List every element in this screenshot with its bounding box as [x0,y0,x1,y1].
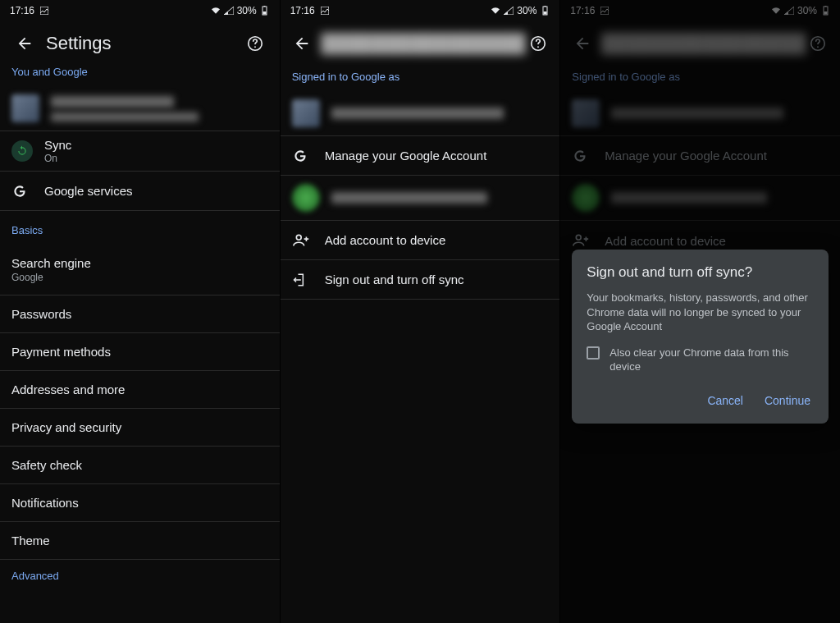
section-basics: Basics [0,211,280,245]
battery-icon [260,6,270,16]
notifications-item[interactable]: Notifications [0,484,280,522]
svg-rect-3 [263,11,267,15]
page-title: Settings [46,33,240,54]
account-email-blurred [331,108,504,119]
add-account-label: Add account to device [325,233,549,247]
safety-item[interactable]: Safety check [0,447,280,484]
help-icon [529,34,547,53]
wifi-icon [211,6,221,16]
svg-rect-6 [321,7,329,15]
status-time: 17:16 [10,5,34,16]
help-button[interactable] [240,29,270,58]
account-item[interactable] [0,86,280,131]
cancel-button[interactable]: Cancel [704,389,746,412]
account-screen: 17:16 30% ████████████████ Signed in to … [281,0,561,623]
section-advanced: Advanced [0,560,280,590]
status-bar: 17:16 30% [281,0,560,21]
svg-rect-2 [264,6,266,7]
account-name-blurred [51,96,174,108]
back-button[interactable] [290,29,315,58]
picture-icon [39,6,49,16]
manage-account-item[interactable]: Manage your Google Account [281,136,560,176]
sync-icon [11,140,33,162]
svg-point-12 [296,235,301,240]
battery-icon [540,6,550,16]
signal-icon [504,6,514,16]
person-add-icon [292,231,325,250]
svg-rect-9 [543,11,546,15]
google-icon [292,148,325,164]
wifi-icon [491,6,500,16]
picture-icon [320,6,330,16]
dialog-title: Sign out and turn off sync? [587,264,814,281]
app-bar: ████████████████ [281,21,560,66]
signout-dialog: Sign out and turn off sync? Your bookmar… [572,250,829,424]
clear-data-label: Also clear your Chrome data from this de… [609,346,814,374]
payment-item[interactable]: Payment methods [0,333,280,371]
signed-in-header: Signed in to Google as [281,66,560,91]
signout-label: Sign out and turn off sync [325,273,549,286]
passwords-item[interactable]: Passwords [0,295,280,333]
svg-point-5 [254,46,256,48]
signout-dialog-screen: 17:16 30% ████████████████ Signed in [560,0,840,623]
add-account-item[interactable]: Add account to device [281,221,560,260]
google-icon [11,183,44,199]
theme-item[interactable]: Theme [0,522,280,560]
search-engine-subtitle: Google [11,272,268,283]
manage-account-label: Manage your Google Account [325,149,549,163]
secondary-account-item[interactable] [281,176,560,221]
status-time: 17:16 [290,5,315,16]
arrow-back-icon [16,34,34,53]
search-engine-item[interactable]: Search engine Google [0,245,280,295]
avatar [292,184,320,212]
addresses-item[interactable]: Addresses and more [0,371,280,409]
avatar [292,99,320,127]
back-button[interactable] [10,29,39,58]
svg-rect-0 [40,7,48,15]
google-services-item[interactable]: Google services [0,172,280,211]
sync-title: Sync [44,138,268,152]
sync-item[interactable]: Sync On [0,131,280,172]
svg-rect-8 [544,6,546,7]
help-icon [246,34,264,53]
privacy-item[interactable]: Privacy and security [0,409,280,447]
signout-icon [292,272,325,288]
status-battery: 30% [517,5,536,16]
section-you-and-google: You and Google [0,66,280,86]
svg-point-11 [537,46,539,48]
sync-subtitle: On [44,153,268,164]
arrow-back-icon [293,34,311,53]
help-button[interactable] [526,29,550,58]
search-engine-title: Search engine [11,256,268,270]
dialog-body: Your bookmarks, history, passwords, and … [587,291,814,334]
account-email-blurred [51,112,199,121]
signal-icon [224,6,234,16]
status-battery: 30% [237,5,257,16]
app-bar: Settings [0,21,280,66]
continue-button[interactable]: Continue [761,389,814,412]
avatar [11,94,39,122]
status-bar: 17:16 30% [0,0,280,21]
page-title-blurred: ████████████████ [321,33,525,54]
google-services-label: Google services [44,184,268,198]
signout-item[interactable]: Sign out and turn off sync [281,260,560,300]
account-email-blurred [331,192,487,204]
settings-screen: 17:16 30% Settings You and Google [0,0,281,623]
primary-account-item[interactable] [281,91,560,136]
clear-data-checkbox[interactable] [587,346,600,360]
